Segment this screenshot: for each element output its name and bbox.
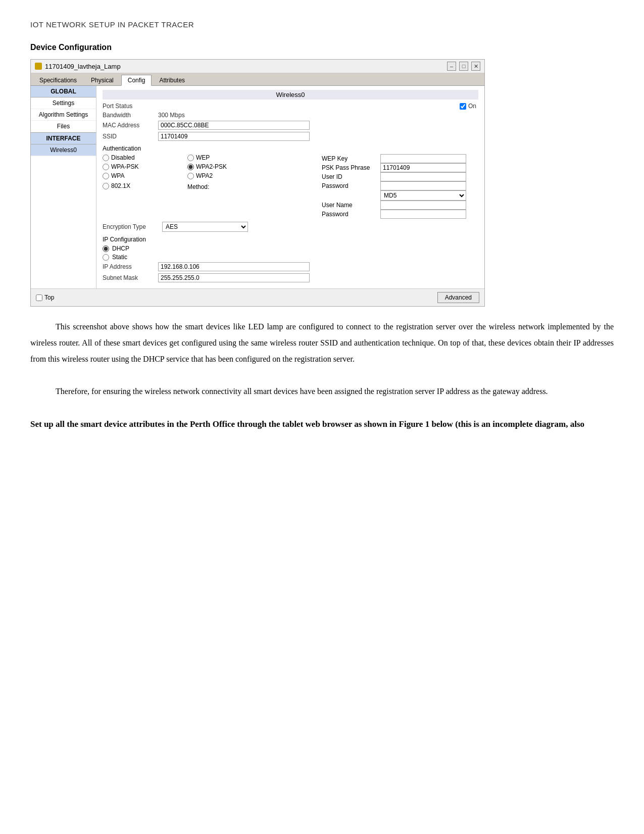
bottom-bar: Top Advanced [31,288,484,306]
radio-8021x-label: 802.1X [111,182,130,189]
page-title: IOT NETWORK SETUP IN PACKET TRACER [30,20,614,29]
sidebar: GLOBAL Settings Algorithm Settings Files… [31,86,96,288]
radio-8021x-input[interactable] [103,183,109,189]
radio-wpa2-psk-input[interactable] [187,164,194,170]
wireless-left: Disabled WEP WPA-PSK [103,154,317,219]
dhcp-radio[interactable] [103,246,109,252]
port-status-checkbox[interactable] [460,103,466,110]
static-radio[interactable] [103,254,109,261]
title-bar: 11701409_lavtheja_Lamp – □ ✕ [31,60,484,73]
radio-wpa2-psk: WPA2-PSK [187,163,268,170]
tab-physical[interactable]: Physical [84,75,120,85]
port-status-label: Port Status [103,103,158,110]
tab-attributes[interactable]: Attributes [153,75,191,85]
title-bar-controls: – □ ✕ [447,62,480,71]
tab-bar: Specifications Physical Config Attribute… [31,73,484,86]
password-row: Password [322,181,478,190]
dhcp-row: DHCP [103,245,478,252]
radio-disabled-label: Disabled [111,154,135,161]
subnet-row: Subnet Mask [103,273,478,282]
radio-wpa2-input[interactable] [187,173,194,179]
user-id-label: User ID [322,173,377,180]
sidebar-global-label: GLOBAL [31,86,96,97]
sidebar-item-algorithm-settings[interactable]: Algorithm Settings [31,109,96,121]
ssid-row: SSID [103,132,478,141]
radio-wep: WEP [187,154,268,161]
password-input[interactable] [380,181,466,190]
advanced-button[interactable]: Advanced [437,292,479,303]
subnet-input[interactable] [158,273,310,282]
sidebar-item-files[interactable]: Files [31,121,96,132]
radio-wpa2-label: WPA2 [196,172,213,179]
wep-key-input[interactable] [380,154,466,163]
body-paragraph-1: This screenshot above shows how the smar… [30,319,614,367]
bandwidth-row: Bandwidth 300 Mbps [103,112,478,119]
sidebar-item-settings[interactable]: Settings [31,97,96,109]
top-checkbox-row: Top [36,294,54,301]
user-id-row: User ID [322,172,478,181]
port-status-row: Port Status On [103,103,478,110]
wireless-layout: Disabled WEP WPA-PSK [103,154,478,219]
paragraph-1-text: This screenshot above shows how the smar… [30,319,614,367]
psk-input[interactable] [380,163,466,172]
window-icon [35,63,42,70]
auth-section: Authentication Disabled WEP [103,145,478,219]
password-label: Password [322,182,377,189]
auth-title: Authentication [103,145,478,152]
close-button[interactable]: ✕ [471,62,480,71]
radio-wep-label: WEP [196,154,210,161]
encryption-select[interactable]: AES [162,222,248,232]
user-id-input[interactable] [380,172,466,181]
radio-wpa: WPA [103,172,183,179]
password2-label: Password [322,211,377,218]
method-select[interactable]: MD5 [380,190,466,201]
radio-8021x: 802.1X [103,181,183,190]
username-label: User Name [322,202,377,209]
tab-specifications[interactable]: Specifications [33,75,83,85]
section-heading: Device Configuration [30,43,614,52]
password2-input[interactable] [380,210,466,219]
window-title: 11701409_lavtheja_Lamp [45,63,121,70]
auth-grid: Disabled WEP WPA-PSK [103,154,317,190]
top-checkbox[interactable] [36,295,42,301]
radio-wpa-label: WPA [111,172,124,179]
minimize-button[interactable]: – [447,62,456,71]
radio-wpa-input[interactable] [103,173,109,179]
restore-button[interactable]: □ [459,62,468,71]
body-paragraph-2: Therefore, for ensuring the wireless net… [30,383,614,400]
method-row: Method: [187,183,268,190]
sidebar-item-wireless0[interactable]: Wireless0 [31,144,96,156]
radio-wpa2-psk-label: WPA2-PSK [196,163,227,170]
ip-address-label: IP Address [103,263,158,270]
tab-config[interactable]: Config [121,75,152,86]
device-config-window: 11701409_lavtheja_Lamp – □ ✕ Specificati… [30,59,485,307]
mac-input[interactable] [158,121,310,130]
wireless-section-title: Wireless0 [103,90,478,100]
on-label: On [468,103,476,110]
radio-disabled: Disabled [103,154,183,161]
ip-config-section: IP Configuration DHCP Static IP Address … [103,236,478,282]
top-label: Top [44,294,54,301]
ip-address-row: IP Address [103,262,478,271]
ssid-input[interactable] [158,132,310,141]
ip-config-title: IP Configuration [103,236,478,243]
paragraph-3-text: Set up all the smart device attributes i… [30,416,614,433]
body-paragraph-3: Set up all the smart device attributes i… [30,416,614,433]
static-label: Static [112,254,127,261]
radio-disabled-input[interactable] [103,155,109,161]
paragraph-2-text: Therefore, for ensuring the wireless net… [30,383,614,400]
mac-row: MAC Address [103,121,478,130]
username-input[interactable] [380,201,466,210]
ssid-label: SSID [103,133,158,140]
username-row: User Name [322,201,478,210]
bandwidth-value: 300 Mbps [158,112,185,119]
radio-wpa-psk: WPA-PSK [103,163,183,170]
ip-address-input[interactable] [158,262,310,271]
encryption-row: Encryption Type AES [103,222,478,232]
title-bar-left: 11701409_lavtheja_Lamp [35,63,121,70]
mac-label: MAC Address [103,122,158,129]
psk-label: PSK Pass Phrase [322,164,377,171]
radio-wep-input[interactable] [187,155,194,161]
radio-wpa-psk-input[interactable] [103,164,109,170]
wep-key-row: WEP Key [322,154,478,163]
